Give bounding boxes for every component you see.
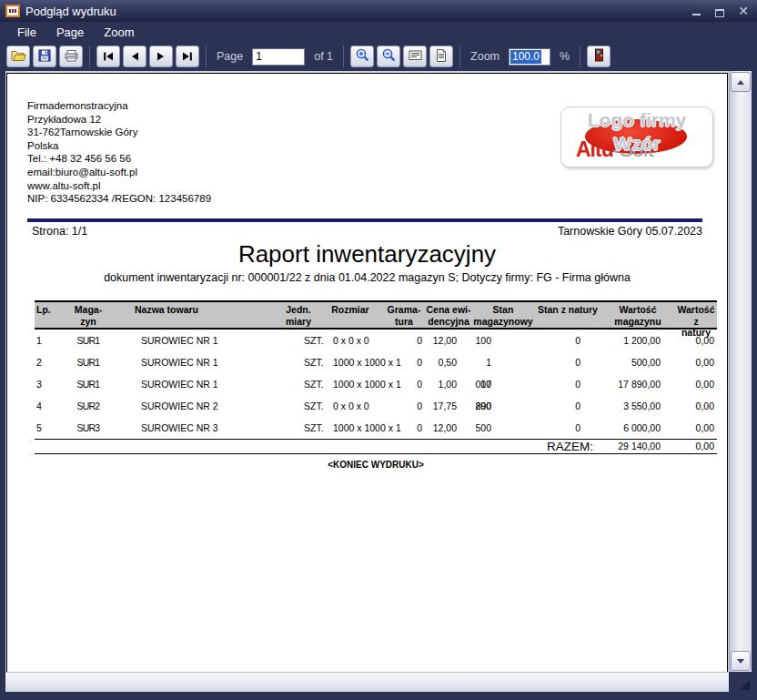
page-number-input[interactable] xyxy=(252,48,305,66)
column-header: Wartośćmagazynu xyxy=(601,302,675,328)
table-cell: SUROWIEC NR 1 xyxy=(118,351,278,373)
horizontal-scrollbar[interactable] xyxy=(5,672,729,692)
table-header-row: Lp. Maga-zyn Nazwa towaru Jedn.miary Roz… xyxy=(35,300,717,330)
table-cell: 0,00 xyxy=(675,417,717,439)
window-title: Podgląd wydruku xyxy=(25,5,690,18)
table-row: 3SUR1SUROWIEC NR 1SZT.1000 x 1000 x 101,… xyxy=(35,373,717,395)
company-line: Firmademonstracyjna xyxy=(27,99,211,113)
table-cell: 0 xyxy=(382,373,426,395)
first-page-button[interactable] xyxy=(96,46,120,67)
table-cell: 200 xyxy=(471,395,535,417)
document-page: Firmademonstracyjna Przykładowa 12 31-76… xyxy=(6,73,728,672)
table-cell: SZT. xyxy=(278,330,318,351)
toolbar-separator xyxy=(580,46,580,67)
first-page-icon xyxy=(103,50,114,64)
zoom-out-button[interactable] xyxy=(377,46,400,67)
table-cell: 0 x 0 x 0 xyxy=(318,330,382,351)
title-bar[interactable]: Podgląd wydruku ✕ xyxy=(0,0,757,22)
resize-grip[interactable] xyxy=(740,680,750,690)
exit-button[interactable] xyxy=(587,46,611,67)
company-line: Polska xyxy=(27,139,211,153)
column-header: Rozmiar xyxy=(318,302,382,328)
zoom-in-button[interactable] xyxy=(350,46,374,67)
table-row: 1SUR1SUROWIEC NR 1SZT.0 x 0 x 0012,00100… xyxy=(35,330,717,351)
table-body: 1SUR1SUROWIEC NR 1SZT.0 x 0 x 0012,00100… xyxy=(35,330,717,439)
table-cell: SUROWIEC NR 2 xyxy=(118,395,278,417)
zoom-value-selected-text: 100.0 xyxy=(510,50,541,64)
column-header: Jedn.miary xyxy=(278,302,318,328)
table-cell: 0 xyxy=(382,395,426,417)
page-info-row: Strona: 1/1 Tarnowskie Góry 05.07.2023 xyxy=(32,225,702,238)
table-cell: 500 xyxy=(471,417,535,439)
table-row: 5SUR3SUROWIEC NR 3SZT.1000 x 1000 x 1012… xyxy=(35,417,717,439)
table-total-row: RAZEM: 29 140,00 0,00 xyxy=(35,439,717,454)
toolbar-separator xyxy=(343,46,344,67)
whole-page-button[interactable] xyxy=(429,46,453,67)
minimize-button[interactable] xyxy=(690,5,702,17)
table-cell: 0 xyxy=(535,351,601,373)
table-cell: SZT. xyxy=(278,395,318,417)
previous-page-button[interactable] xyxy=(123,46,146,67)
table-cell: SUROWIEC NR 1 xyxy=(118,330,278,351)
scroll-up-button[interactable] xyxy=(731,72,751,92)
table-row: 2SUR1SUROWIEC NR 1SZT.1000 x 1000 x 100,… xyxy=(35,351,717,373)
menu-zoom[interactable]: Zoom xyxy=(94,24,144,41)
column-header: Lp. xyxy=(35,302,58,328)
next-page-button[interactable] xyxy=(149,46,173,67)
table-cell: 0 x 0 x 0 xyxy=(318,395,382,417)
menu-page[interactable]: Page xyxy=(46,24,94,41)
last-page-icon xyxy=(182,50,193,64)
fit-width-button[interactable] xyxy=(403,46,427,67)
company-line: 31-762Tarnowskie Góry xyxy=(27,126,211,139)
company-line: NIP: 6334562334 /REGON: 123456789 xyxy=(27,192,211,206)
table-cell: 4 xyxy=(35,395,58,417)
table-cell: SUROWIEC NR 1 xyxy=(118,373,278,395)
table-cell: SZT. xyxy=(278,417,318,439)
column-header: Stan z natury xyxy=(535,302,601,328)
floppy-disk-icon xyxy=(38,49,51,65)
total-natura-value: 0,00 xyxy=(675,440,717,453)
table-cell: 0,50 xyxy=(426,351,471,373)
table-cell: 0,00 xyxy=(675,395,717,417)
table-cell: SUR1 xyxy=(58,373,118,395)
report-subtitle: dokument inwentaryzacji nr: 000001/22 z … xyxy=(7,271,727,284)
next-page-icon xyxy=(156,50,166,64)
table-cell: 1 xyxy=(35,330,58,351)
table-cell: 100 xyxy=(471,330,535,351)
table-cell: 1 000 xyxy=(471,351,535,373)
table-cell: 1000 x 1000 x 1 xyxy=(318,373,382,395)
page-info: Strona: 1/1 xyxy=(32,225,87,238)
arrow-down-icon xyxy=(737,659,744,664)
table-cell: 1,00 xyxy=(426,373,471,395)
total-magazyn-value: 29 140,00 xyxy=(601,440,675,453)
table-cell: 0 xyxy=(535,417,601,439)
date-info: Tarnowskie Góry 05.07.2023 xyxy=(558,225,702,238)
company-line: Tel.: +48 32 456 56 56 xyxy=(27,152,211,166)
maximize-button[interactable] xyxy=(713,5,726,17)
table-cell: SUR1 xyxy=(58,330,118,351)
column-header: Wartość znatury xyxy=(675,302,717,328)
zoom-value-input[interactable]: 100.0 xyxy=(509,48,550,66)
open-button[interactable] xyxy=(6,46,30,67)
table-cell: 17,75 xyxy=(426,395,471,417)
column-header: Grama-tura xyxy=(382,302,426,328)
table-cell: SZT. xyxy=(278,373,318,395)
fit-width-icon xyxy=(409,49,422,64)
table-cell: 1000 x 1000 x 1 xyxy=(318,417,382,439)
last-page-button[interactable] xyxy=(176,46,199,67)
table-cell: 500,00 xyxy=(601,351,675,373)
table-cell: 0 xyxy=(382,351,426,373)
vertical-scrollbar[interactable] xyxy=(729,71,752,672)
toolbar-separator xyxy=(459,46,460,67)
scroll-down-button[interactable] xyxy=(731,651,751,671)
zoom-out-icon xyxy=(382,48,396,65)
print-button[interactable] xyxy=(59,46,83,67)
column-header: Cena ewi-dencyjna xyxy=(426,302,471,328)
save-button[interactable] xyxy=(33,46,56,67)
total-label: RAZEM: xyxy=(35,440,601,453)
table-cell: 5 xyxy=(35,417,58,439)
company-logo: Altu-Soft Logo firmy Wzór xyxy=(560,107,713,167)
folder-open-icon xyxy=(11,49,26,65)
close-button[interactable]: ✕ xyxy=(737,5,750,17)
menu-file[interactable]: File xyxy=(7,24,46,41)
